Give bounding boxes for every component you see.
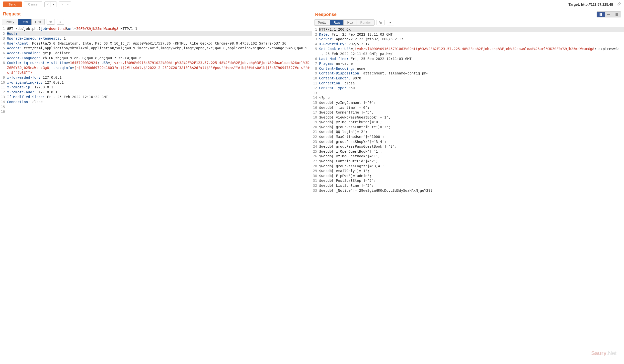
line-content[interactable]: Accept-Language: zh-CN,zh;q=0.9,en-US;q=… bbox=[7, 56, 312, 61]
line-content[interactable]: GET /do/job.php?job=download&url=ZGF0YS9… bbox=[7, 26, 312, 31]
line-content[interactable]: Cookie: tq_current_visit_time=1645790932… bbox=[7, 61, 312, 75]
code-line: 14<?php bbox=[312, 95, 624, 100]
line-content[interactable]: Content-Disposition: attachment; filenam… bbox=[319, 71, 624, 76]
response-panel: Response Pretty Raw Hex Render \n ≡ 1HTT… bbox=[312, 9, 624, 363]
line-content[interactable]: $webdb['groupPassShopYz']='3,4'; bbox=[319, 139, 624, 144]
line-content[interactable]: $webdb['ListSonline']='2'; bbox=[319, 183, 624, 188]
line-content[interactable]: $webdb['yzImgContribute']='0'; bbox=[319, 120, 624, 125]
code-line: 8Content-Encoding: none bbox=[312, 66, 624, 71]
line-number: 21 bbox=[312, 129, 319, 134]
line-number: 3 bbox=[0, 36, 7, 41]
line-content[interactable]: $webdb['groupPassContribute']='3'; bbox=[319, 125, 624, 130]
back-dropdown[interactable]: ▾ bbox=[51, 2, 57, 7]
code-line: 29$webdb['emailOnly']='1'; bbox=[312, 169, 624, 174]
line-content[interactable]: $webdb['yzImgComment']='0'; bbox=[319, 100, 624, 105]
code-line: 4User-Agent: Mozilla/5.0 (Macintosh; Int… bbox=[0, 41, 312, 46]
line-content[interactable]: $webdb['viewNoPassGuestBook']='1'; bbox=[319, 115, 624, 120]
line-content[interactable]: x-originating-ip: 127.0.0.1 bbox=[7, 80, 312, 85]
tab-raw[interactable]: Raw bbox=[18, 19, 31, 25]
tab-pretty[interactable]: Pretty bbox=[2, 19, 18, 25]
layout-single-icon[interactable] bbox=[613, 12, 621, 17]
line-content[interactable]: $webdb['flashtime']='0'; bbox=[319, 105, 624, 110]
line-content[interactable]: Accept-Encoding: gzip, deflate bbox=[7, 51, 312, 56]
line-content[interactable]: Upgrade-Insecure-Requests: 1 bbox=[7, 36, 312, 41]
layout-rows-icon[interactable] bbox=[605, 12, 613, 17]
line-content[interactable]: Content-Encoding: none bbox=[319, 66, 624, 71]
code-line: 9x-forwarded-for: 127.0.0.1 bbox=[0, 75, 312, 80]
code-line: 31$webdb['PostSortStep']='2'; bbox=[312, 178, 624, 183]
line-content[interactable]: Set-Cookie: USR=jtvxhzvl%090%09164579106… bbox=[319, 47, 624, 56]
panels: Request Pretty Raw Hex \n ≡ 1GET /do/job… bbox=[0, 9, 624, 363]
line-number: 26 bbox=[312, 154, 319, 159]
line-content[interactable]: $webdb['QQ_login']='2'; bbox=[319, 129, 624, 134]
line-content[interactable]: Date: Fri, 25 Feb 2022 12:11:03 GMT bbox=[319, 32, 624, 37]
newline-toggle[interactable]: \n bbox=[47, 19, 55, 25]
line-content[interactable]: Content-Length: 9070 bbox=[319, 76, 624, 81]
line-content[interactable]: User-Agent: Mozilla/5.0 (Macintosh; Inte… bbox=[7, 41, 312, 46]
code-line: 6Accept-Encoding: gzip, deflate bbox=[0, 51, 312, 56]
cancel-button[interactable]: Cancel bbox=[24, 1, 42, 7]
line-content[interactable]: $webdb['FtpPwd']='admin'; bbox=[319, 174, 624, 179]
line-content[interactable]: x-remote-addr: 127.0.0.1 bbox=[7, 90, 312, 95]
line-content[interactable]: Accept: text/html,application/xhtml+xml,… bbox=[7, 46, 312, 51]
line-number: 30 bbox=[312, 174, 319, 179]
tab-raw[interactable]: Raw bbox=[330, 20, 343, 25]
tab-hex[interactable]: Hex bbox=[31, 19, 44, 25]
response-viewer[interactable]: 1HTTP/1.1 200 OK2Date: Fri, 25 Feb 2022 … bbox=[312, 27, 624, 363]
layout-columns-icon[interactable] bbox=[597, 12, 605, 17]
line-content[interactable]: Content-Type: ph< bbox=[319, 86, 624, 91]
history-back-group: < ▾ bbox=[44, 1, 57, 7]
line-content[interactable]: Server: Apache/2.2.22 (Win32) PHP/5.2.17 bbox=[319, 37, 624, 42]
line-content[interactable]: $webdb['CommentTime']='5'; bbox=[319, 110, 624, 115]
line-content[interactable]: $webdb['yzImgGuestBook']='1'; bbox=[319, 154, 624, 159]
line-content[interactable]: $webdb['groupPassLogYz']='3,4'; bbox=[319, 164, 624, 169]
tab-hex[interactable]: Hex bbox=[343, 20, 356, 25]
line-number: 27 bbox=[312, 159, 319, 164]
line-content[interactable]: Pragma: no-cache bbox=[319, 61, 624, 66]
line-content[interactable]: $webdb['groupPassPassGuestBook']='3'; bbox=[319, 144, 624, 149]
line-content[interactable]: HTTP/1.1 200 OK bbox=[319, 27, 624, 32]
forward-dropdown[interactable]: ▾ bbox=[65, 2, 71, 7]
line-content[interactable]: X-Powered-By: PHP/5.2.17 bbox=[319, 42, 624, 47]
line-content[interactable]: x-forwarded-for: 127.0.0.1 bbox=[7, 75, 312, 80]
line-number: 7 bbox=[312, 61, 319, 66]
line-number: 12 bbox=[312, 86, 319, 91]
line-content[interactable]: <?php bbox=[319, 95, 624, 100]
line-number: 14 bbox=[312, 95, 319, 100]
newline-toggle[interactable]: \n bbox=[377, 20, 385, 25]
line-content[interactable]: $webdb['emailOnly']='1'; bbox=[319, 169, 624, 174]
line-content[interactable]: $webdb['PostSortStep']='2'; bbox=[319, 178, 624, 183]
line-content[interactable]: Connection: close bbox=[319, 81, 624, 86]
send-button[interactable]: Send bbox=[3, 1, 22, 7]
edit-target-icon[interactable] bbox=[617, 2, 621, 7]
response-menu-icon[interactable]: ≡ bbox=[387, 20, 394, 25]
line-content[interactable]: $webdb['ContributeFid']='2'; bbox=[319, 159, 624, 164]
code-line: 19$webdb['yzImgContribute']='0'; bbox=[312, 120, 624, 125]
back-button[interactable]: < bbox=[45, 2, 51, 7]
code-line: 5Accept: text/html,application/xhtml+xml… bbox=[0, 46, 312, 51]
line-number: 10 bbox=[312, 76, 319, 81]
line-content[interactable]: Last-Modified: Fri, 25 Feb 2022 12:11:03… bbox=[319, 57, 624, 61]
tab-pretty[interactable]: Pretty bbox=[314, 20, 330, 25]
tab-render[interactable]: Render bbox=[357, 20, 375, 25]
line-number: 9 bbox=[312, 71, 319, 76]
line-content[interactable]: Host: bbox=[7, 31, 312, 36]
line-content[interactable]: x-remote-ip: 127.0.0.1 bbox=[7, 85, 312, 90]
line-content[interactable]: $webdb['_Notice']='29weSgiaHR0cDovL3d3dy… bbox=[319, 188, 624, 193]
code-line: 13 bbox=[312, 91, 624, 96]
line-content[interactable]: $webdb['ifOpenGuestBook']='1'; bbox=[319, 149, 624, 154]
forward-button[interactable]: > bbox=[59, 2, 65, 7]
request-menu-icon[interactable]: ≡ bbox=[57, 19, 64, 25]
line-content[interactable]: Connection: close bbox=[7, 100, 312, 105]
line-number: 15 bbox=[312, 100, 319, 105]
line-content[interactable]: If-Modified-Since: Fri, 25 Feb 2022 12:1… bbox=[7, 95, 312, 100]
request-editor[interactable]: 1GET /do/job.php?job=download&url=ZGF0YS… bbox=[0, 26, 312, 363]
line-content[interactable]: $webdb['MaxOnlineUser']='1000'; bbox=[319, 134, 624, 139]
panel-divider[interactable] bbox=[312, 9, 312, 363]
code-line: 6Last-Modified: Fri, 25 Feb 2022 12:11:0… bbox=[312, 57, 624, 61]
line-number: 1 bbox=[312, 27, 319, 32]
line-number: 9 bbox=[0, 75, 7, 80]
line-number: 25 bbox=[312, 149, 319, 154]
code-line: 1GET /do/job.php?job=download&url=ZGF0YS… bbox=[0, 26, 312, 31]
code-line: 26$webdb['yzImgGuestBook']='1'; bbox=[312, 154, 624, 159]
